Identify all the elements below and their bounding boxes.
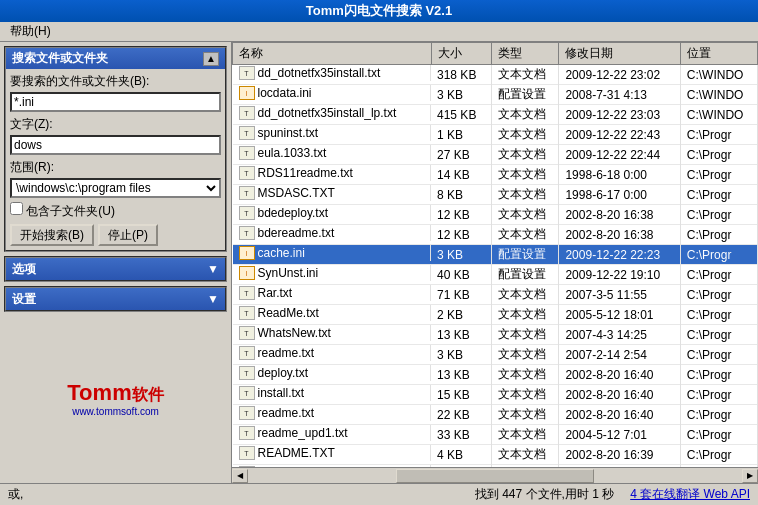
cell-date: 2009-12-22 23:02 — [559, 65, 680, 85]
cell-date: 2009-12-22 22:44 — [559, 145, 680, 165]
table-row[interactable]: Tdd_dotnetfx35install.txt318 KB文本文档2009-… — [233, 65, 758, 85]
table-row[interactable]: TREADME.TXT4 KB文本文档2002-8-20 16:39C:\Pro… — [233, 445, 758, 465]
table-row[interactable]: TMSDASC.TXT8 KB文本文档1998-6-17 0:00C:\Prog… — [233, 185, 758, 205]
file-list-container: 名称 大小 类型 修改日期 位置 Tdd_dotnetfx35install.t… — [232, 42, 758, 483]
table-row[interactable]: TRDS11readme.txt14 KB文本文档1998-6-18 0:00C… — [233, 165, 758, 185]
cell-location: C:\WINDO — [680, 85, 757, 105]
text-field-row: 文字(Z): — [10, 116, 221, 155]
settings-header[interactable]: 设置 ▼ — [6, 288, 225, 310]
cell-name: TREADME.TXT — [233, 445, 432, 461]
txt-icon: T — [239, 226, 255, 240]
file-name: RDS11readme.txt — [258, 166, 353, 180]
file-name: deploy.txt — [258, 366, 308, 380]
table-row[interactable]: Tbdedeploy.txt12 KB文本文档2002-8-20 16:38C:… — [233, 205, 758, 225]
table-row[interactable]: Tbdereadme.txt12 KB文本文档2002-8-20 16:38C:… — [233, 225, 758, 245]
table-row[interactable]: Tinstall.txt15 KB文本文档2002-8-20 16:40C:\P… — [233, 385, 758, 405]
cell-size: 13 KB — [431, 325, 492, 345]
hscroll-right-btn[interactable]: ▶ — [742, 469, 758, 483]
file-name: Rar.txt — [258, 286, 293, 300]
cell-location: C:\Progr — [680, 445, 757, 465]
file-name: dd_dotnetfx35install.txt — [258, 66, 381, 80]
cell-date: 2009-12-22 19:10 — [559, 265, 680, 285]
cell-name: Ilocdata.ini — [233, 85, 432, 101]
ini-icon: I — [239, 246, 255, 260]
cell-name: Tdd_dotnetfx35install.txt — [233, 65, 432, 81]
settings-collapse-btn[interactable]: ▼ — [207, 292, 219, 306]
table-row[interactable]: TRar.txt71 KB文本文档2007-3-5 11:55C:\Progr — [233, 285, 758, 305]
file-input[interactable] — [10, 92, 221, 112]
hscroll-left-btn[interactable]: ◀ — [232, 469, 248, 483]
cell-type: 文本文档 — [492, 165, 559, 185]
table-row[interactable]: TReadMe.txt2 KB文本文档2005-5-12 18:01C:\Pro… — [233, 305, 758, 325]
table-row[interactable]: Treadme_upd1.txt33 KB文本文档2004-5-12 7:01C… — [233, 425, 758, 445]
range-label: 范围(R): — [10, 159, 221, 176]
search-collapse-btn[interactable]: ▲ — [203, 52, 219, 66]
menu-help[interactable]: 帮助(H) — [4, 22, 57, 41]
cell-name: Tbdereadme.txt — [233, 225, 432, 241]
status-link[interactable]: 4 套在线翻译 Web API — [630, 486, 750, 503]
cell-type: 文本文档 — [492, 185, 559, 205]
cell-location: C:\Progr — [680, 145, 757, 165]
text-input[interactable] — [10, 135, 221, 155]
txt-icon: T — [239, 326, 255, 340]
cell-name: Tdeploy.txt — [233, 365, 432, 381]
file-name: readme_upd1.txt — [258, 426, 348, 440]
cell-date: 2005-5-12 18:01 — [559, 305, 680, 325]
table-row[interactable]: Tdd_dotnetfx35install_lp.txt415 KB文本文档20… — [233, 105, 758, 125]
table-row[interactable]: Teula.1033.txt27 KB文本文档2009-12-22 22:44C… — [233, 145, 758, 165]
cell-size: 415 KB — [431, 105, 492, 125]
cell-name: Tdd_dotnetfx35install_lp.txt — [233, 105, 432, 121]
options-header[interactable]: 选项 ▼ — [6, 258, 225, 280]
subfolder-checkbox[interactable] — [10, 202, 23, 215]
cell-type: 文本文档 — [492, 405, 559, 425]
file-name: eula.1033.txt — [258, 146, 327, 160]
cell-date: 2007-2-14 2:54 — [559, 345, 680, 365]
table-row[interactable]: Icache.ini3 KB配置设置2009-12-22 22:23C:\Pro… — [233, 245, 758, 265]
stop-button[interactable]: 停止(P) — [98, 224, 158, 246]
cell-size: 15 KB — [431, 385, 492, 405]
txt-icon: T — [239, 346, 255, 360]
cell-date: 2009-12-22 23:03 — [559, 105, 680, 125]
cell-type: 配置设置 — [492, 265, 559, 285]
range-select[interactable]: \windows\c:\program files — [10, 178, 221, 198]
ini-icon: I — [239, 266, 255, 280]
cell-type: 文本文档 — [492, 305, 559, 325]
cell-location: C:\Progr — [680, 265, 757, 285]
table-row[interactable]: Tdeploy.txt13 KB文本文档2002-8-20 16:40C:\Pr… — [233, 365, 758, 385]
cell-type: 文本文档 — [492, 445, 559, 465]
col-date: 修改日期 — [559, 43, 680, 65]
txt-icon: T — [239, 406, 255, 420]
cell-size: 27 KB — [431, 145, 492, 165]
table-row[interactable]: ISynUnst.ini40 KB配置设置2009-12-22 19:10C:\… — [233, 265, 758, 285]
cell-name: ISynUnst.ini — [233, 265, 432, 281]
txt-icon: T — [239, 66, 255, 80]
table-row[interactable]: Tspuninst.txt1 KB文本文档2009-12-22 22:43C:\… — [233, 125, 758, 145]
file-table-body: Tdd_dotnetfx35install.txt318 KB文本文档2009-… — [233, 65, 758, 468]
table-row[interactable]: Ilocdata.ini3 KB配置设置2008-7-31 4:13C:\WIN… — [233, 85, 758, 105]
search-section: 搜索文件或文件夹 ▲ 要搜索的文件或文件夹(B): 文字(Z): 范围(R): … — [4, 46, 227, 252]
horizontal-scrollbar[interactable]: ◀ ▶ — [232, 467, 758, 483]
cell-size: 40 KB — [431, 265, 492, 285]
hscroll-thumb[interactable] — [396, 469, 594, 483]
file-name: README.TXT — [258, 446, 335, 460]
logo-text: Tomm软件 — [67, 378, 163, 406]
search-button[interactable]: 开始搜索(B) — [10, 224, 94, 246]
cell-location: C:\Progr — [680, 205, 757, 225]
cell-size: 33 KB — [431, 425, 492, 445]
file-name: dd_dotnetfx35install_lp.txt — [258, 106, 397, 120]
txt-icon: T — [239, 146, 255, 160]
file-table-wrapper[interactable]: 名称 大小 类型 修改日期 位置 Tdd_dotnetfx35install.t… — [232, 42, 758, 467]
file-name: spuninst.txt — [258, 126, 319, 140]
table-row[interactable]: TWhatsNew.txt13 KB文本文档2007-4-3 14:25C:\P… — [233, 325, 758, 345]
options-collapse-btn[interactable]: ▼ — [207, 262, 219, 276]
cell-name: Treadme.txt — [233, 405, 432, 421]
cell-name: TMSDASC.TXT — [233, 185, 432, 201]
hscroll-track[interactable] — [248, 469, 742, 483]
table-row[interactable]: Treadme.txt22 KB文本文档2002-8-20 16:40C:\Pr… — [233, 405, 758, 425]
cell-date: 2002-8-20 16:38 — [559, 205, 680, 225]
table-row[interactable]: Treadme.txt3 KB文本文档2007-2-14 2:54C:\Prog… — [233, 345, 758, 365]
file-name: bdedeploy.txt — [258, 206, 329, 220]
menu-bar: 帮助(H) — [0, 22, 758, 42]
cell-location: C:\Progr — [680, 305, 757, 325]
cell-date: 2009-12-22 22:43 — [559, 125, 680, 145]
